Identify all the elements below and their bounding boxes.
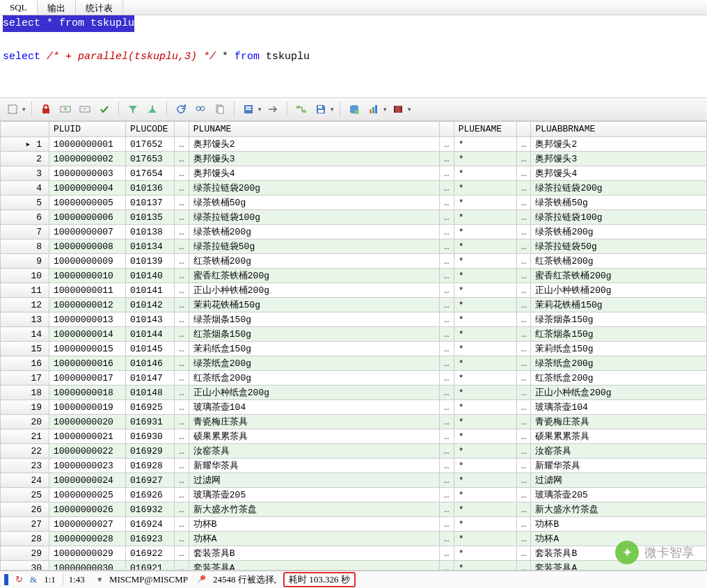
cell[interactable]: 016932 [126,502,175,517]
cell[interactable]: 绿茶烟条150g [189,312,439,327]
cell[interactable]: * [454,400,516,415]
filter-down-icon[interactable] [125,101,141,118]
cell[interactable]: … [175,239,189,254]
cell[interactable]: 新耀华茶具 [189,459,439,473]
column-header[interactable] [439,122,454,137]
cell[interactable]: 10000000016 [49,356,126,371]
cell[interactable]: 奥邦馒头4 [531,166,707,181]
cell[interactable]: 10000000028 [49,532,126,546]
cell[interactable]: 功杯B [531,517,707,532]
cell[interactable]: 汝窑茶具 [189,444,439,459]
cell[interactable]: 新大盛水竹茶盘 [531,502,707,517]
cell[interactable]: 16 [1,356,49,371]
tab-sql[interactable]: SQL [0,0,38,15]
cell[interactable]: … [175,400,189,415]
cell[interactable]: … [439,415,454,429]
cell[interactable]: * [454,225,516,239]
cell[interactable]: * [454,181,516,196]
cell[interactable]: 玻璃茶壶104 [531,400,707,415]
cell[interactable]: … [516,561,531,571]
cell[interactable]: 奥邦馒头3 [531,152,707,166]
table-row[interactable]: 2110000000021016930…硕果累累茶具…*…硕果累累茶具 [1,429,707,444]
cell[interactable]: … [516,473,531,488]
cell[interactable]: 10000000008 [49,239,126,254]
cell[interactable]: … [439,429,454,444]
cell[interactable]: … [175,473,189,488]
column-header[interactable] [175,122,189,137]
cell[interactable]: … [516,532,531,546]
cell[interactable]: * [454,210,516,225]
tab-stats[interactable]: 统计表 [76,0,123,15]
cell[interactable]: 9 [1,254,49,269]
cell[interactable]: 绿茶拉链袋50g [531,239,707,254]
column-header[interactable]: PLUABBRNAME [531,122,707,137]
cell[interactable]: 绿茶拉链袋200g [531,181,707,196]
column-header[interactable]: PLUID [49,122,126,137]
cell[interactable]: 10000000004 [49,181,126,196]
cell[interactable]: … [175,181,189,196]
cell[interactable]: … [439,546,454,561]
cell[interactable]: * [454,415,516,429]
table-row[interactable]: 210000000002017653…奥邦馒头3…*…奥邦馒头3 [1,152,707,166]
cell[interactable]: 绿茶拉链袋50g [189,239,439,254]
table-row[interactable]: 1610000000016010146…绿茶纸盒200g…*…绿茶纸盒200g [1,356,707,371]
lock-icon[interactable] [38,101,54,118]
cell[interactable]: 24 [1,473,49,488]
cell[interactable]: … [516,327,531,342]
table-row[interactable]: 1210000000012010142…茉莉花铁桶150g…*…茉莉花铁桶150… [1,298,707,312]
cell[interactable]: … [439,561,454,571]
refresh-icon[interactable] [173,101,189,118]
cell[interactable]: 10000000005 [49,196,126,210]
cell[interactable]: … [175,298,189,312]
cell[interactable]: … [175,269,189,283]
dropdown-icon[interactable]: ▾ [97,574,102,585]
cell[interactable]: * [454,342,516,356]
cell[interactable]: 010139 [126,254,175,269]
cell[interactable]: … [439,269,454,283]
cell[interactable]: … [175,356,189,371]
cell[interactable]: 010137 [126,196,175,210]
cell[interactable]: * [454,532,516,546]
cell[interactable]: * [454,239,516,254]
cell[interactable]: … [516,298,531,312]
cell[interactable]: … [439,210,454,225]
cell[interactable]: … [175,342,189,356]
cell[interactable]: 10000000002 [49,152,126,166]
cell[interactable]: … [175,444,189,459]
cell[interactable]: 10000000029 [49,546,126,561]
table-row[interactable]: 2310000000023016928…新耀华茶具…*…新耀华茶具 [1,459,707,473]
cell[interactable]: * [454,137,516,152]
cell[interactable]: … [439,444,454,459]
table-row[interactable]: 3010000000030016921…套装茶具A…*…套装茶具A [1,561,707,571]
cell[interactable]: 25 [1,488,49,502]
cell[interactable]: * [454,386,516,400]
cell[interactable]: 新大盛水竹茶盘 [189,502,439,517]
table-row[interactable]: 1910000000019016925…玻璃茶壶104…*…玻璃茶壶104 [1,400,707,415]
cell[interactable]: … [516,283,531,298]
cell[interactable]: … [516,181,531,196]
cell[interactable]: 2 [1,152,49,166]
cell[interactable]: 10000000015 [49,342,126,356]
cell[interactable]: 6 [1,210,49,225]
cell[interactable]: … [439,473,454,488]
cell[interactable]: 玻璃茶壶104 [189,400,439,415]
cell[interactable]: 10000000018 [49,386,126,400]
cell[interactable]: 硕果累累茶具 [531,429,707,444]
cell[interactable]: … [175,137,189,152]
cell[interactable]: * [454,488,516,502]
cell[interactable]: 10000000017 [49,371,126,386]
table-row[interactable]: 1410000000014010144…红茶烟条150g…*…红茶烟条150g [1,327,707,342]
column-header[interactable] [516,122,531,137]
cell[interactable]: 红茶烟条150g [531,327,707,342]
filter-up-icon[interactable] [144,101,161,118]
cell[interactable]: 7 [1,225,49,239]
cell[interactable]: … [439,137,454,152]
cell[interactable]: 奥邦馒头3 [189,152,439,166]
cell[interactable]: … [175,196,189,210]
cell[interactable]: 016925 [126,400,175,415]
cell[interactable]: * [454,166,516,181]
cell[interactable]: 10000000026 [49,502,126,517]
cell[interactable]: … [439,196,454,210]
cell[interactable]: … [175,532,189,546]
column-header[interactable]: PLUCODE [126,122,175,137]
